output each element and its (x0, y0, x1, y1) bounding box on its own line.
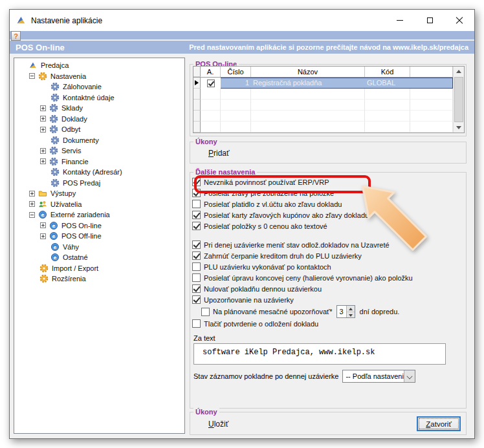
scroll-up-icon[interactable] (454, 67, 464, 77)
checkbox-label: Upozorňovanie na uzávierky (204, 296, 294, 304)
tree-item-pos-on-line[interactable]: ePOS On-line (14, 220, 184, 231)
checkbox[interactable] (192, 189, 201, 197)
maximize-icon (427, 17, 433, 23)
tree-item-uzivatelia[interactable]: Užívatelia (14, 199, 184, 210)
tree-item-sklady[interactable]: Sklady (14, 103, 184, 114)
tree-item-predajca[interactable]: Predajca (14, 60, 184, 71)
add-button[interactable]: Pridať (208, 149, 230, 158)
spinner-suffix-label: dní dopredu. (360, 308, 400, 315)
row-code-cell: GLOBAL (365, 78, 410, 89)
table-scrollbar[interactable] (453, 67, 464, 133)
checkbox[interactable] (192, 178, 201, 186)
expand-plus-icon[interactable] (29, 201, 35, 207)
checkbox-label: Nulovať pokladňu dennou uzávierkou (204, 285, 322, 293)
setting-tlacit-potvrdenie-o-odlozeni-dokladu[interactable]: Tlačiť potvrdenie o odložení dokladu (190, 318, 466, 329)
expand-minus-icon[interactable] (29, 73, 35, 79)
tree-item-pos-predaj[interactable]: POS Predaj (14, 178, 184, 189)
table-row[interactable]: 1 Registračná pokladňa GLOBAL (193, 78, 453, 89)
tree-item-vystupy[interactable]: Výstupy (14, 188, 184, 199)
tree-item-servis[interactable]: Servis (14, 145, 184, 156)
checkbox-label: Posielať platidlo z vl.účtu ako zľavu do… (204, 200, 342, 208)
setting-posielat-platidlo-z-vl-uctu-ako-zlavu-do[interactable]: Posielať platidlo z vl.účtu ako zľavu do… (190, 198, 466, 209)
tree-item-label: Odbyt (61, 125, 80, 133)
checkbox[interactable] (192, 240, 201, 249)
setting-pri-denej-uzavierke-menit-stav-odloz-dok[interactable]: Pri denej uzávierke meniť stav odlož.dok… (190, 239, 466, 250)
checkbox[interactable] (192, 319, 201, 328)
checkbox-label: Tlačiť potvrdenie o odložení dokladu (204, 320, 318, 328)
expand-plus-icon[interactable] (40, 222, 46, 228)
setting-posielat-polozky-s-0-cenou-ako-textove[interactable]: Posielať položky s 0 cenou ako textové (190, 220, 466, 231)
gear-blue-icon (49, 124, 59, 134)
checkbox[interactable] (192, 295, 201, 304)
tree-item-nastavenia[interactable]: Nastavenia (14, 71, 184, 82)
tree-item-ostatne[interactable]: eOstatné (14, 252, 184, 263)
minimize-button[interactable] (385, 10, 415, 31)
setting-posielat-upravu-koncovej-ceny-halierove-[interactable]: Posielať úpravu koncovej ceny (halierové… (190, 272, 466, 283)
expand-plus-icon[interactable] (40, 127, 46, 133)
state-select-value: -- Podľa nastavenia (343, 370, 404, 382)
tree-item-pos-off-line[interactable]: ePOS Off-line (14, 231, 184, 242)
setting-posielat-karty-zlavovych-kuponov-ako-zla[interactable]: Posielať karty zľavových kupónov ako zľa… (190, 209, 466, 220)
setting-zahrnut-cerpanie-kreditom-druh-do-plu-uz[interactable]: Zahrnúť čerpanie kreditom druh do PLU uz… (190, 250, 466, 261)
tree-item-externe-zariadenia[interactable]: eExterné zariadenia (14, 209, 184, 220)
checkbox[interactable] (201, 308, 210, 316)
tree-item-kontakty-adresar[interactable]: Kontakty (Adresár) (14, 167, 184, 178)
maximize-button[interactable] (415, 10, 445, 31)
row-active-checkbox[interactable] (207, 80, 215, 87)
device-icon: e (49, 231, 59, 241)
expand-plus-icon[interactable] (40, 116, 46, 122)
users-icon (38, 199, 48, 209)
chevron-down-icon[interactable] (404, 370, 415, 382)
scrollbar-thumb[interactable] (454, 77, 463, 122)
tree-item-label: Váhy (63, 243, 79, 251)
setting-posielat-zlavy-pre-zobrazenie-na-polozke[interactable]: Posielať zľavy pre zobrazenie na položke (190, 187, 466, 198)
setting-na-planovane-mesacne-upozornovat[interactable]: Na plánované mesačné upozorňovať*3dní do… (199, 305, 466, 318)
days-spinner[interactable]: 3 (336, 305, 355, 318)
state-select[interactable]: -- Podľa nastavenia (342, 370, 415, 383)
tree-item-label: POS On-line (61, 222, 102, 229)
expand-plus-icon[interactable] (29, 191, 35, 197)
tree-item-rozsirenia[interactable]: Rozšírenia (14, 273, 184, 284)
expand-plus-icon[interactable] (40, 148, 46, 154)
tree-item-label: Predajca (41, 61, 69, 69)
gear-orange-icon (38, 71, 48, 81)
scroll-down-icon[interactable] (454, 122, 464, 133)
tree-item-zalohovanie[interactable]: Zálohovanie (14, 81, 184, 92)
checkbox[interactable] (192, 200, 201, 208)
tree-item-financie[interactable]: Financie (14, 156, 184, 167)
checkbox[interactable] (192, 251, 201, 260)
tree-item-doklady[interactable]: Doklady (14, 114, 184, 125)
close-button[interactable] (445, 10, 474, 31)
checkbox-label: Nevzniká povinnosť používať ERP/VRP (204, 178, 329, 186)
checkbox[interactable] (192, 222, 201, 230)
table-corner-cell (193, 67, 201, 77)
checkbox-label: Posielať úpravu koncovej ceny (halierové… (204, 274, 413, 282)
setting-nulovat-pokladnu-dennou-uzavierkou[interactable]: Nulovať pokladňu dennou uzávierkou (190, 283, 466, 294)
checkbox[interactable] (192, 262, 201, 271)
tree-item-import-export[interactable]: Import / Export (14, 263, 184, 274)
checkbox[interactable] (192, 284, 201, 293)
checkbox-label: Na plánované mesačné upozorňovať* (213, 308, 333, 315)
tree-item-odbyt[interactable]: Odbyt (14, 124, 184, 135)
tree-item-kontaktne-udaje[interactable]: Kontaktné údaje (14, 92, 184, 103)
expand-minus-icon[interactable] (29, 212, 35, 218)
minimize-icon (397, 20, 403, 21)
spinner-up-icon[interactable] (347, 306, 355, 312)
close-icon (456, 17, 463, 25)
setting-nevznika-povinnost-pouzivat-erp-vrp[interactable]: Nevzniká povinnosť používať ERP/VRP (190, 176, 466, 187)
save-button[interactable]: Uložiť (208, 420, 228, 429)
help-button[interactable]: ? (11, 31, 21, 41)
checkbox[interactable] (192, 211, 201, 219)
tree-item-dokumenty[interactable]: Dokumenty (14, 135, 184, 146)
expand-plus-icon[interactable] (40, 158, 46, 164)
za-text-input[interactable]: software iKelp Predajca, www.ikelp.sk (193, 343, 446, 365)
setting-upozornovanie-na-uzavierky[interactable]: Upozorňovanie na uzávierky (190, 294, 466, 305)
tree-item-vahy[interactable]: eVáhy (14, 242, 184, 253)
close-dialog-button[interactable]: Zatvoriť (417, 416, 461, 431)
expand-plus-icon[interactable] (40, 105, 46, 111)
expand-plus-icon[interactable] (40, 233, 46, 239)
spinner-down-icon[interactable] (347, 312, 355, 318)
svg-text:e: e (52, 223, 55, 229)
setting-plu-uzavierku-vykonavat-po-kontaktoch[interactable]: PLU uzávierku vykonávať po kontaktoch (190, 261, 466, 272)
checkbox[interactable] (192, 273, 201, 282)
